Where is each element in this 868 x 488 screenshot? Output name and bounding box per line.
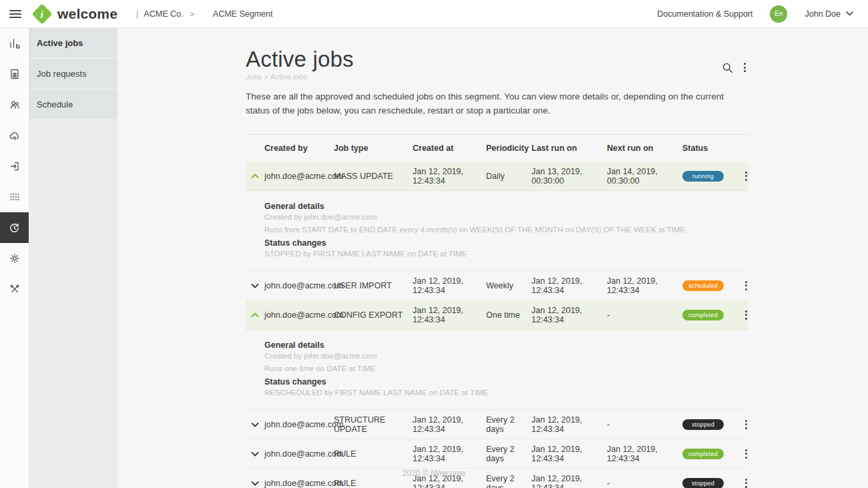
logo-diamond-icon: i <box>31 3 52 24</box>
row-more-options-icon[interactable] <box>742 170 748 182</box>
row-created-by: john.doe@acme.com <box>264 420 334 429</box>
top-header: i welcome | ACME Co. > ACME Segment Docu… <box>0 0 868 28</box>
sidebar: Active jobsJob requestsSchedule <box>29 28 118 488</box>
settings-gear-icon[interactable] <box>0 243 29 274</box>
row-last-run: Jan 12, 2019, 12:43:34 <box>531 276 607 295</box>
sign-in-icon[interactable] <box>0 151 29 182</box>
details-section-title: General details <box>264 202 748 211</box>
row-status-cell: stopped <box>682 478 737 488</box>
sidebar-item-label: Job requests <box>37 69 86 79</box>
chevron-down-icon[interactable] <box>246 481 264 486</box>
row-created-at: Jan 12, 2019, 12:43:34 <box>413 445 486 463</box>
sidebar-item-label: Schedule <box>37 99 73 109</box>
table-header-row: Created byJob typeCreated atPeriodicityL… <box>246 134 748 162</box>
column-header-job-type: Job type <box>334 144 413 153</box>
row-created-at: Jan 12, 2019, 12:43:34 <box>413 306 486 324</box>
row-periodicity: Every 2 days <box>486 445 531 463</box>
table-row[interactable]: john.doe@acme.comRULEJan 12, 2019, 12:43… <box>246 439 748 469</box>
sidebar-item-active-jobs[interactable]: Active jobs <box>29 28 118 57</box>
table-row[interactable]: john.doe@acme.comCONFIG EXPORTJan 12, 20… <box>246 300 748 330</box>
breadcrumb-separator: | <box>136 9 138 19</box>
status-badge: stopped <box>682 419 724 430</box>
row-created-at: Jan 12, 2019, 12:43:34 <box>413 276 486 295</box>
status-badge: stopped <box>682 478 724 488</box>
icon-rail <box>0 28 29 488</box>
row-job-type: CONFIG EXPORT <box>334 310 413 320</box>
docs-support-link[interactable]: Documentation & Support <box>657 9 752 19</box>
breadcrumb-segment[interactable]: ACME Segment <box>213 9 273 19</box>
sidebar-item-label: Active jobs <box>37 38 83 48</box>
sidebar-item-job-requests[interactable]: Job requests <box>29 59 118 88</box>
users-icon[interactable] <box>0 89 29 120</box>
row-next-run: - <box>607 310 682 320</box>
status-badge: scheduled <box>682 280 724 291</box>
row-expanded-details: General detailsCreated by john.doe@acme.… <box>246 191 748 271</box>
job-history-icon[interactable] <box>0 212 29 243</box>
table-row[interactable]: john.doe@acme.comSTRUCTURE UPDATEJan 12,… <box>246 410 748 439</box>
details-line: Created by john.doe@acme.com <box>264 352 748 360</box>
row-periodicity: Every 2 days <box>486 415 531 434</box>
row-more-options-icon[interactable] <box>742 419 748 431</box>
details-section-title: Status changes <box>264 377 748 387</box>
tools-icon[interactable] <box>0 274 29 304</box>
chevron-down-icon[interactable] <box>246 451 264 457</box>
footer-copyright: 2020 © iWelcome <box>0 469 868 478</box>
breadcrumb-company[interactable]: ACME Co. <box>144 9 183 19</box>
row-last-run: Jan 12, 2019, 12:43:34 <box>531 415 607 434</box>
row-status-cell: stopped <box>682 419 737 430</box>
row-next-run: Jan 12, 2019, 12:43:34 <box>607 445 682 463</box>
column-header-created-by: Created by <box>264 144 334 153</box>
column-header-created-at: Created at <box>413 144 486 153</box>
chevron-down-icon <box>846 11 853 16</box>
row-status-cell: completed <box>682 449 737 459</box>
row-more-options-icon[interactable] <box>742 477 748 488</box>
chevron-up-icon[interactable] <box>246 174 264 179</box>
document-grid-icon[interactable] <box>0 59 29 89</box>
jobs-chart-gear-icon[interactable] <box>0 28 29 59</box>
column-header-periodicity: Periodicity <box>486 144 531 153</box>
chevron-down-icon[interactable] <box>246 283 264 288</box>
row-created-by: john.doe@acme.com <box>264 449 334 459</box>
row-next-run: Jan 12, 2019, 12:43:34 <box>607 276 682 295</box>
logo[interactable]: i welcome <box>31 6 118 22</box>
page-more-options-icon[interactable] <box>741 61 748 73</box>
row-status-cell: running <box>682 171 737 182</box>
details-section-title: Status changes <box>264 238 748 248</box>
search-icon[interactable] <box>722 62 733 73</box>
header-breadcrumb: | ACME Co. > ACME Segment <box>136 9 272 19</box>
column-header-next-run-on: Next run on <box>607 144 682 153</box>
row-last-run: Jan 12, 2019, 12:43:34 <box>531 445 607 463</box>
chevron-down-icon[interactable] <box>246 422 264 427</box>
app-window: i welcome | ACME Co. > ACME Segment Docu… <box>0 0 868 488</box>
row-created-by: john.doe@acme.com <box>264 172 334 181</box>
row-periodicity: One time <box>486 310 531 320</box>
row-job-type: RULE <box>334 449 413 459</box>
row-more-options-icon[interactable] <box>742 448 748 460</box>
table-row[interactable]: john.doe@acme.comUSER IMPORTJan 12, 2019… <box>246 271 748 300</box>
row-next-run: - <box>607 479 682 488</box>
row-created-at: Jan 12, 2019, 12:43:34 <box>413 167 486 186</box>
row-job-type: MASS UPDATE <box>334 172 413 181</box>
status-badge: running <box>682 171 724 182</box>
row-status-cell: completed <box>682 310 737 320</box>
logo-text: welcome <box>57 6 118 22</box>
cloud-gear-icon[interactable] <box>0 120 29 151</box>
user-menu[interactable]: John Doe <box>805 9 853 19</box>
row-last-run: Jan 13, 2019, 00:30:00 <box>531 167 607 186</box>
row-job-type: RULE <box>334 479 413 488</box>
row-status-cell: scheduled <box>682 280 737 291</box>
row-created-by: john.doe@acme.com <box>264 479 334 488</box>
language-badge[interactable]: En <box>770 5 787 23</box>
chevron-up-icon[interactable] <box>246 312 264 318</box>
jobs-table: Created byJob typeCreated atPeriodicityL… <box>246 134 748 488</box>
row-more-options-icon[interactable] <box>742 280 748 292</box>
hamburger-menu-icon[interactable] <box>9 8 21 20</box>
row-created-by: john.doe@acme.com <box>264 281 334 290</box>
status-badge: completed <box>682 449 724 459</box>
details-line: Created by john.doe@acme.com <box>264 213 748 221</box>
breadcrumb-arrow: > <box>190 10 194 18</box>
sidebar-item-schedule[interactable]: Schedule <box>29 89 118 119</box>
apps-grid-icon[interactable] <box>0 182 29 212</box>
table-row[interactable]: john.doe@acme.comMASS UPDATEJan 12, 2019… <box>246 162 748 191</box>
row-more-options-icon[interactable] <box>742 309 748 321</box>
